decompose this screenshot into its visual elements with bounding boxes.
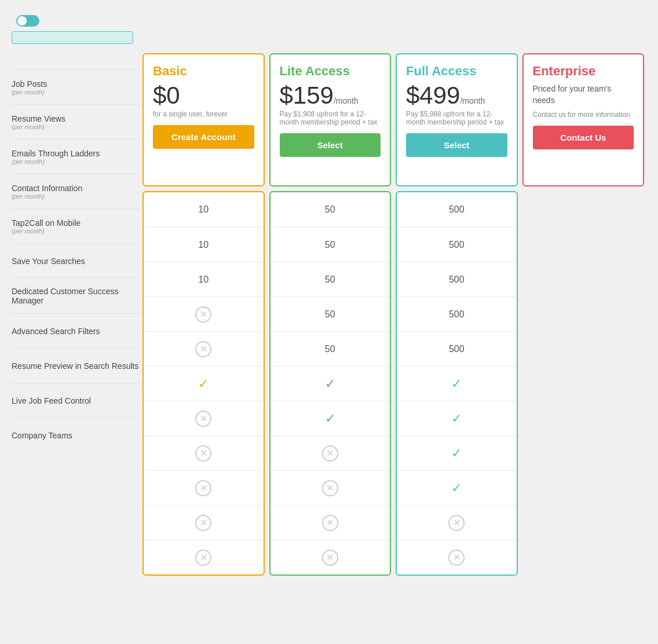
plan-btn-lite[interactable]: Select xyxy=(280,133,381,157)
check-icon: ✓ xyxy=(451,376,462,391)
cell-lite-10: ✕ xyxy=(270,540,390,575)
billing-section xyxy=(12,15,646,44)
x-icon: ✕ xyxy=(195,480,211,496)
feature-name: Live Job Feed Control xyxy=(12,396,140,405)
cell-lite-5: ✓ xyxy=(270,366,390,401)
cell-full-7: ✓ xyxy=(397,436,517,470)
cell-value: 50 xyxy=(325,240,335,250)
cell-value: 500 xyxy=(449,204,465,215)
toggle-knob xyxy=(17,16,27,25)
cells-section-full: 500500500500500✓✓✓✓✕✕ xyxy=(396,191,518,576)
cell-basic-9: ✕ xyxy=(144,505,264,540)
save-badge xyxy=(12,31,133,44)
cell-full-5: ✓ xyxy=(397,366,517,401)
x-icon: ✕ xyxy=(322,515,338,531)
check-icon: ✓ xyxy=(451,446,462,461)
cell-value: 50 xyxy=(325,309,335,320)
cell-full-9: ✕ xyxy=(397,505,517,540)
plan-header-enterprise: EnterprisePriced for your team's needsCo… xyxy=(522,53,645,186)
x-icon: ✕ xyxy=(448,550,465,566)
cell-lite-3: 50 xyxy=(270,297,390,331)
plan-btn-basic[interactable]: Create Account xyxy=(153,125,254,149)
cell-basic-5: ✓ xyxy=(144,366,264,401)
feature-row: Live Job Feed Control xyxy=(12,383,140,418)
plan-col-full: Full Access $499/month Pay $5,988 upfron… xyxy=(393,53,520,576)
cell-value: 500 xyxy=(449,275,465,285)
plan-price-full: $499/month xyxy=(406,83,507,108)
cell-full-10: ✕ xyxy=(397,540,517,575)
check-icon: ✓ xyxy=(451,411,462,426)
cell-basic-0: 10 xyxy=(144,192,264,227)
cell-full-4: 500 xyxy=(397,331,517,366)
billing-toggle[interactable] xyxy=(16,15,39,27)
plan-name-enterprise: Enterprise xyxy=(533,64,634,79)
plan-header-basic: Basic $0 for a single user, foreverCreat… xyxy=(142,53,265,186)
x-icon: ✕ xyxy=(322,550,338,566)
plan-price-basic: $0 xyxy=(153,83,254,108)
plan-btn-enterprise[interactable]: Contact Us xyxy=(533,126,634,149)
cell-basic-4: ✕ xyxy=(144,331,264,366)
feature-row: Save Your Searches xyxy=(12,243,140,278)
plan-sub-full: Pay $5,988 upfront for a 12-month member… xyxy=(406,110,507,126)
cell-basic-1: 10 xyxy=(144,227,264,262)
feature-row: Job Posts(per month) xyxy=(12,69,140,104)
features-col: Job Posts(per month)Resume Views(per mon… xyxy=(12,53,140,576)
feature-row: Tap2Call on Mobile(per month) xyxy=(12,208,140,243)
check-icon: ✓ xyxy=(325,376,335,391)
feature-name: Contact Information xyxy=(12,184,140,193)
plan-desc-small: Contact us for more information xyxy=(533,111,634,119)
billing-toggle-row xyxy=(12,15,646,27)
cell-value: 50 xyxy=(325,204,335,215)
x-icon: ✕ xyxy=(448,515,465,531)
cell-lite-0: 50 xyxy=(270,192,390,227)
feature-name: Emails Through Ladders xyxy=(12,149,140,158)
cell-value: 50 xyxy=(325,275,335,285)
feature-name: Advanced Search Filters xyxy=(12,327,140,336)
feature-row: Resume Preview in Search Results xyxy=(12,348,140,383)
plans-area: Basic $0 for a single user, foreverCreat… xyxy=(140,53,646,576)
feature-sub: (per month) xyxy=(12,193,140,200)
cell-basic-3: ✕ xyxy=(144,297,264,331)
cell-value: 500 xyxy=(449,344,465,354)
plan-name-basic: Basic xyxy=(153,64,254,79)
plan-header-lite: Lite Access $159/month Pay $1,908 upfron… xyxy=(269,53,392,186)
feature-name: Save Your Searches xyxy=(12,257,140,266)
plan-col-enterprise: EnterprisePriced for your team's needsCo… xyxy=(520,53,647,576)
plan-name-full: Full Access xyxy=(406,64,507,79)
cell-full-6: ✓ xyxy=(397,401,517,436)
feature-row: Company Teams xyxy=(12,418,140,452)
feature-row: Contact Information(per month) xyxy=(12,174,140,208)
plan-price-lite: $159/month xyxy=(280,83,381,108)
feature-row: Dedicated Customer Success Manager xyxy=(12,278,140,313)
cell-full-0: 500 xyxy=(397,192,517,227)
check-icon: ✓ xyxy=(325,411,335,426)
feature-sub: (per month) xyxy=(12,228,140,235)
plan-name-lite: Lite Access xyxy=(280,64,381,79)
cell-value: 500 xyxy=(449,309,465,320)
main-layout: Job Posts(per month)Resume Views(per mon… xyxy=(12,53,646,576)
x-icon: ✕ xyxy=(322,480,338,496)
cell-value: 10 xyxy=(198,204,209,215)
plan-desc: Priced for your team's needs xyxy=(533,83,634,106)
feature-sub: (per month) xyxy=(12,123,140,130)
cell-basic-10: ✕ xyxy=(144,540,264,575)
feature-name: Dedicated Customer Success Manager xyxy=(12,287,140,305)
cell-lite-4: 50 xyxy=(270,331,390,366)
cell-lite-6: ✓ xyxy=(270,401,390,436)
feature-row: Emails Through Ladders(per month) xyxy=(12,139,140,174)
plan-btn-full[interactable]: Select xyxy=(406,133,507,157)
cell-lite-7: ✕ xyxy=(270,436,390,470)
cell-value: 50 xyxy=(325,344,335,354)
plans-container: Basic $0 for a single user, foreverCreat… xyxy=(140,53,646,576)
x-icon: ✕ xyxy=(195,550,211,566)
plan-header-full: Full Access $499/month Pay $5,988 upfron… xyxy=(396,53,518,186)
cell-value: 500 xyxy=(449,240,465,250)
plan-sub-lite: Pay $1,908 upfront for a 12-month member… xyxy=(280,110,381,126)
cell-full-8: ✓ xyxy=(397,470,517,505)
x-icon: ✕ xyxy=(195,341,211,357)
feature-name: Job Posts xyxy=(12,79,140,89)
feature-name: Company Teams xyxy=(12,431,140,440)
features-list: Job Posts(per month)Resume Views(per mon… xyxy=(12,69,140,452)
cell-basic-7: ✕ xyxy=(144,436,264,470)
plan-col-lite: Lite Access $159/month Pay $1,908 upfron… xyxy=(267,53,394,576)
